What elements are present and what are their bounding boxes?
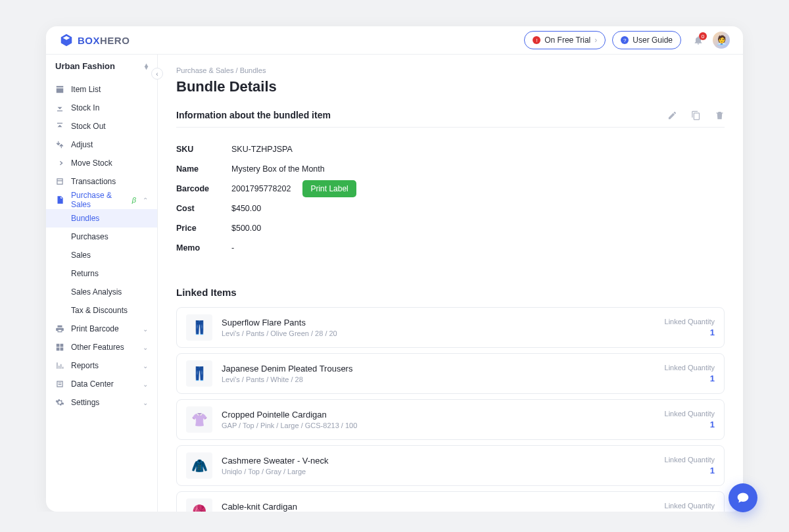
sidebar-item-sales[interactable]: Sales <box>46 246 157 264</box>
sidebar-item-bundles[interactable]: Bundles <box>46 209 157 228</box>
nav-label: Print Barcode <box>71 324 119 333</box>
app-window: BOXHERO ! On Free Trial › ? User Guide 0… <box>46 26 743 512</box>
linked-item-card[interactable]: 👖Superflow Flare PantsLevi's / Pants / O… <box>176 307 725 348</box>
copy-icon <box>691 110 701 120</box>
notifications-button[interactable]: 0 <box>693 35 704 45</box>
chevron-down-icon: ⌄ <box>143 399 148 406</box>
user-avatar[interactable]: 🧑‍💼 <box>713 32 730 49</box>
help-dot-icon: ? <box>621 36 629 44</box>
linked-item-card[interactable]: 👖Japanese Denim Pleated TrousersLevi's /… <box>176 353 725 394</box>
delete-button[interactable] <box>714 110 725 120</box>
db-icon <box>55 379 64 389</box>
pencil-icon <box>667 110 677 120</box>
nav-label: Settings <box>71 398 99 407</box>
nav-label: Sales <box>71 251 91 260</box>
print-label-button[interactable]: Print Label <box>302 180 356 197</box>
txn-icon <box>55 177 64 186</box>
user-guide-pill[interactable]: ? User Guide <box>612 31 681 49</box>
sidebar-nav: Item ListStock InStock OutAdjustMove Sto… <box>46 78 157 414</box>
sidebar-item-sales-analysis[interactable]: Sales Analysis <box>46 283 157 301</box>
doc-icon <box>55 195 64 205</box>
nav-label: Reports <box>71 361 99 370</box>
chevron-down-icon: ⌄ <box>143 344 148 351</box>
linked-item-card[interactable]: 🧶Cable-knit CardiganH&M / Top / Cream / … <box>176 491 725 512</box>
sidebar-item-stock-out[interactable]: Stock Out <box>46 117 157 135</box>
sidebar-item-stock-in[interactable]: Stock In <box>46 99 157 117</box>
nav-label: Stock Out <box>71 122 106 131</box>
chevron-down-icon: ⌄ <box>143 362 148 370</box>
item-name: Japanese Denim Pleated Trousers <box>222 364 352 374</box>
item-description: Levi's / Pants / White / 28 <box>222 375 352 383</box>
sweater-thumb: 🧥 <box>186 452 212 479</box>
linked-qty-label: Linked Quantity <box>665 318 715 326</box>
breadcrumb: Purchase & Sales / Bundles <box>176 66 725 74</box>
sidebar-item-print-barcode[interactable]: Print Barcode⌄ <box>46 320 157 338</box>
sidebar-collapse-button[interactable]: ‹ <box>151 68 163 80</box>
sort-icon: ▴▾ <box>145 64 148 69</box>
item-name: Superflow Flare Pants <box>222 318 337 327</box>
nav-label: Stock In <box>71 103 99 112</box>
linked-item-card[interactable]: 👚Cropped Pointelle CardiganGAP / Top / P… <box>176 399 725 440</box>
field-label-price: Price <box>176 224 231 233</box>
field-value-cost: $450.00 <box>231 204 261 213</box>
nav-label: Tax & Discounts <box>71 306 128 315</box>
box-icon <box>55 85 64 94</box>
workspace-switcher[interactable]: Urban Fashion ▴▾ <box>46 55 157 78</box>
sidebar-item-adjust[interactable]: Adjust <box>46 135 157 154</box>
workspace-name: Urban Fashion <box>55 61 115 71</box>
linked-items-title: Linked Items <box>176 287 725 298</box>
bundle-fields: SKUSKU-TZHPJSPA NameMystery Box of the M… <box>176 139 725 258</box>
notifications-badge: 0 <box>699 32 707 40</box>
chat-fab-button[interactable] <box>729 483 757 512</box>
sidebar-item-data-center[interactable]: Data Center⌄ <box>46 375 157 393</box>
sidebar-item-settings[interactable]: Settings⌄ <box>46 393 157 412</box>
chevron-down-icon: ⌄ <box>143 326 148 333</box>
nav-label: Other Features <box>71 343 124 352</box>
brand-logo[interactable]: BOXHERO <box>59 33 130 47</box>
brand-text: BOXHERO <box>78 35 130 46</box>
breadcrumb-parent[interactable]: Purchase & Sales <box>176 66 233 74</box>
nav-label: Item List <box>71 85 101 94</box>
item-description: Levi's / Pants / Olive Green / 28 / 20 <box>222 329 337 337</box>
linked-qty-label: Linked Quantity <box>665 410 715 418</box>
sidebar-item-reports[interactable]: Reports⌄ <box>46 356 157 375</box>
sidebar-item-item-list[interactable]: Item List <box>46 80 157 99</box>
field-value-name: Mystery Box of the Month <box>231 164 325 174</box>
field-label-barcode: Barcode <box>176 184 231 193</box>
field-label-name: Name <box>176 164 231 174</box>
nav-label: Transactions <box>71 177 116 186</box>
knit-thumb: 🧶 <box>186 498 212 512</box>
adjust-icon <box>55 140 64 149</box>
linked-items-list: 👖Superflow Flare PantsLevi's / Pants / O… <box>176 307 725 512</box>
alert-dot-icon: ! <box>533 36 540 44</box>
sidebar-item-move-stock[interactable]: Move Stock <box>46 154 157 172</box>
chevron-right-icon: › <box>594 36 597 45</box>
chevron-up-icon: ⌃ <box>143 197 148 204</box>
logo-mark-icon <box>59 33 74 47</box>
linked-qty-label: Linked Quantity <box>665 502 715 510</box>
linked-qty-value: 1 <box>665 466 715 475</box>
up-icon <box>55 122 64 131</box>
linked-qty-value: 1 <box>665 420 715 429</box>
nav-label: Bundles <box>71 214 99 223</box>
arrow-icon <box>55 158 64 168</box>
copy-button[interactable] <box>690 110 701 120</box>
field-value-sku: SKU-TZHPJSPA <box>231 145 293 154</box>
beta-badge: β <box>132 196 136 204</box>
trial-pill[interactable]: ! On Free Trial › <box>524 31 606 49</box>
linked-qty-label: Linked Quantity <box>665 456 715 464</box>
edit-button[interactable] <box>667 110 677 120</box>
breadcrumb-current[interactable]: Bundles <box>240 66 266 74</box>
user-guide-label: User Guide <box>633 36 673 45</box>
item-name: Cable-knit Cardigan <box>222 502 368 512</box>
sidebar-item-tax-discounts[interactable]: Tax & Discounts <box>46 301 157 320</box>
print-icon <box>55 324 64 333</box>
sidebar-item-transactions[interactable]: Transactions <box>46 172 157 191</box>
sidebar-item-purchases[interactable]: Purchases <box>46 228 157 246</box>
pants-thumb: 👖 <box>186 314 212 341</box>
sidebar-item-purchase-sales[interactable]: Purchase & Salesβ⌃ <box>46 191 157 209</box>
gear-icon <box>55 398 64 407</box>
linked-item-card[interactable]: 🧥Cashmere Sweater - V-neckUniqlo / Top /… <box>176 445 725 486</box>
sidebar-item-other-features[interactable]: Other Features⌄ <box>46 338 157 356</box>
sidebar-item-returns[interactable]: Returns <box>46 264 157 283</box>
